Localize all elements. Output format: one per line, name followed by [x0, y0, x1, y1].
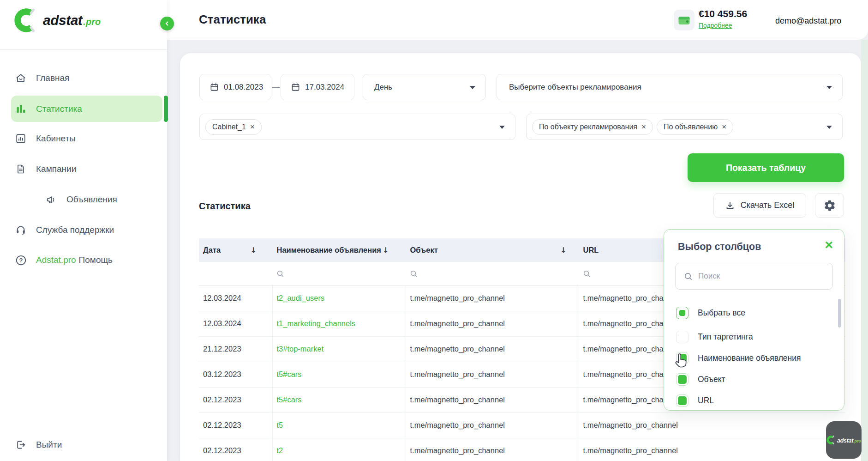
grouping-select[interactable]: По объекту рекламирования × По объявлени… [526, 114, 843, 140]
sidebar-item-label: Главная [36, 73, 69, 83]
popup-search-input[interactable] [698, 272, 809, 281]
sidebar-item-label: Adstat.proПомощь [36, 255, 113, 265]
sort-icon[interactable]: ↓ [383, 246, 389, 255]
sort-icon[interactable]: ↓ [560, 246, 566, 255]
column-header-date[interactable]: Дата↓ [199, 238, 272, 262]
ad-name-link[interactable]: t5#cars [272, 387, 406, 412]
column-filter-ad-name[interactable] [272, 262, 406, 285]
sidebar-item-support[interactable]: Служба поддержки [11, 218, 162, 243]
ad-name-link[interactable]: t2_audi_users [272, 285, 406, 311]
cell-url: t.me/magnetto_pro_channel [579, 412, 845, 438]
stats-section-heading: Статистика [199, 201, 251, 212]
cell-date: 21.12.2023 [199, 336, 272, 362]
grouping-chip: По объявлению × [657, 119, 733, 135]
grouping-chip-label: По объекту рекламирования [539, 123, 637, 131]
cell-date: 02.12.2023 [199, 438, 272, 461]
ad-objects-select[interactable]: Выберите объекты рекламирования [497, 74, 843, 100]
popup-title: Выбор столбцов [678, 241, 761, 253]
svg-text:?: ? [19, 256, 23, 263]
table-row: 02.12.2023 t2 t.me/magnetto_pro_channel … [199, 438, 845, 461]
sidebar-item-campaigns[interactable]: Кампании [11, 157, 162, 182]
cell-object: t.me/magnetto_pro_channel [406, 311, 579, 336]
column-header-ad-name[interactable]: Наименование объявления↓ [272, 238, 406, 262]
checkbox[interactable] [676, 331, 688, 343]
sidebar-item-statistics[interactable]: Статистика [11, 96, 162, 122]
ad-name-link[interactable]: t3#top-market [272, 336, 406, 362]
magnet-logo-icon [826, 435, 836, 445]
period-select[interactable]: День [363, 74, 486, 100]
balance-details-link[interactable]: Подробнее [699, 22, 732, 29]
cell-object: t.me/magnetto_pro_channel [406, 387, 579, 412]
checkbox[interactable] [676, 373, 688, 386]
column-option-object[interactable]: Объект [664, 369, 844, 389]
column-option-url[interactable]: URL [664, 390, 844, 411]
sidebar-item-label: Статистика [36, 104, 82, 114]
checkbox[interactable] [676, 352, 688, 364]
column-option-partial[interactable] [664, 410, 844, 411]
question-icon: ? [15, 255, 27, 266]
column-option-select-all[interactable]: Выбрать все [664, 303, 844, 323]
date-from-value: 01.08.2023 [224, 83, 263, 92]
cell-date: 12.03.2024 [199, 311, 272, 336]
popup-search-box[interactable] [675, 263, 833, 290]
calendar-icon [210, 83, 219, 91]
remove-chip-icon[interactable]: × [641, 123, 646, 131]
sidebar-item-cabinets[interactable]: Кабинеты [11, 126, 162, 151]
logout-label: Выйти [36, 440, 62, 450]
checkbox[interactable] [676, 307, 688, 319]
sidebar-item-label: Кабинеты [36, 133, 76, 144]
cell-object: t.me/magnetto_pro_channel [406, 438, 579, 461]
chat-widget-button[interactable]: adstat.pro [826, 421, 862, 459]
ad-name-link[interactable]: t5 [272, 412, 406, 438]
sidebar-item-ads[interactable]: Объявления [11, 187, 162, 212]
date-from-input[interactable]: 01.08.2023 [199, 74, 271, 100]
show-table-button[interactable]: Показать таблицу [688, 153, 844, 182]
cabinet-chip-label: Cabinet_1 [212, 123, 246, 131]
chevron-down-icon [826, 126, 832, 129]
cabinet-chart-icon [15, 133, 27, 144]
gear-icon [823, 199, 836, 212]
sidebar-item-home[interactable]: Главная [11, 66, 162, 91]
popup-scrollbar[interactable] [838, 299, 841, 328]
column-option-ad-name[interactable]: Наименование объявления [664, 348, 844, 368]
sidebar-item-help[interactable]: ? Adstat.proПомощь [11, 248, 162, 273]
column-header-object[interactable]: Объект↓ [406, 238, 579, 262]
ad-name-link[interactable]: t1_marketing_channels [272, 311, 406, 336]
table-row: 02.12.2023 t5 t.me/magnetto_pro_channel … [199, 412, 845, 438]
cabinet-select[interactable]: Cabinet_1 × [199, 114, 515, 140]
date-to-value: 17.03.2024 [305, 83, 344, 92]
search-icon [410, 270, 418, 278]
date-to-input[interactable]: 17.03.2024 [281, 74, 354, 100]
search-icon [684, 272, 693, 281]
period-value: День [374, 83, 392, 92]
remove-chip-icon[interactable]: × [722, 123, 726, 131]
download-excel-button[interactable]: Скачать Excel [713, 193, 806, 218]
column-filter-empty [199, 262, 272, 285]
topbar: Статистика €10 459.56 Подробнее demo@ads… [167, 0, 868, 40]
column-filter-object[interactable] [406, 262, 579, 285]
logout-button[interactable]: Выйти [11, 432, 162, 457]
column-option-targeting-type[interactable]: Тип таргетинга [664, 327, 844, 347]
sidebar-collapse-button[interactable] [160, 17, 174, 30]
download-excel-label: Скачать Excel [741, 200, 795, 210]
ad-name-link[interactable]: t5#cars [272, 362, 406, 387]
search-icon [276, 270, 284, 278]
column-settings-button[interactable] [815, 193, 844, 218]
chevron-down-icon [826, 86, 832, 89]
search-icon [583, 270, 591, 278]
remove-chip-icon[interactable]: × [250, 123, 255, 131]
chevron-down-icon [499, 126, 505, 129]
checkbox[interactable] [676, 394, 688, 407]
logout-icon [15, 439, 27, 450]
page-scrollbar[interactable] [861, 40, 868, 461]
sidebar-item-label: Служба поддержки [36, 225, 114, 235]
page-title: Статистика [199, 12, 266, 27]
popup-close-button[interactable]: × [825, 238, 833, 252]
active-nav-indicator [164, 96, 168, 122]
ad-name-link[interactable]: t2 [272, 438, 406, 461]
sort-icon[interactable]: ↓ [250, 246, 256, 255]
cell-date: 12.03.2024 [199, 285, 272, 311]
sidebar-item-label: Кампании [36, 164, 76, 174]
sidebar: adstat.pro Главная Статистика Кабин [0, 0, 167, 461]
document-icon [15, 164, 27, 175]
